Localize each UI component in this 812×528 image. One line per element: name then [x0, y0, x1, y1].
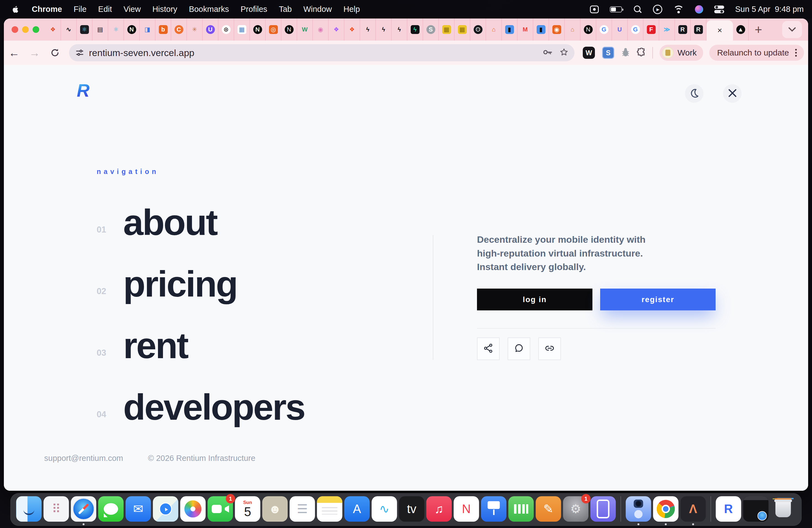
menubar-item[interactable]: View: [118, 5, 146, 14]
site-settings-icon[interactable]: [76, 49, 83, 57]
dock-finder[interactable]: [16, 496, 42, 522]
relaunch-update-button[interactable]: Relaunch to update: [709, 45, 804, 61]
extensions-puzzle-icon[interactable]: [637, 48, 646, 58]
tab-orange-doc[interactable]: ◎: [266, 18, 281, 41]
tab-openai[interactable]: ⊛: [218, 18, 234, 41]
tab-chevrons[interactable]: ≫: [659, 18, 675, 41]
dock-reminders[interactable]: ☰: [290, 496, 315, 522]
tab-next-2[interactable]: N: [581, 18, 596, 41]
maximize-window-button[interactable]: [33, 26, 39, 33]
menubar-item[interactable]: Chrome: [26, 5, 68, 14]
reload-button[interactable]: [45, 48, 65, 57]
menu-item-developers[interactable]: 04 developers: [97, 362, 305, 424]
tab-gmail[interactable]: M: [518, 18, 533, 41]
dock-mail[interactable]: ✉: [126, 496, 151, 522]
dock-facetime[interactable]: 1: [208, 496, 233, 522]
tab-starburst[interactable]: ✳: [187, 18, 203, 41]
dock-launchpad[interactable]: ⠿: [44, 496, 69, 522]
menubar-item[interactable]: Bookmarks: [183, 5, 235, 14]
dock-pages[interactable]: ✎: [536, 496, 561, 522]
spotlight-search-icon[interactable]: [633, 5, 642, 14]
tab-docs[interactable]: ▤: [92, 18, 108, 41]
tab-react-light[interactable]: ⚛: [108, 18, 124, 41]
dock-arc-browser[interactable]: Λ: [681, 496, 706, 522]
menubar-clock[interactable]: Sun 5 Apr 9:48 pm: [735, 5, 804, 14]
dock-settings[interactable]: ⚙ 1: [563, 496, 589, 522]
tab-house-1[interactable]: ⌂: [486, 18, 502, 41]
tab-blue-square-1[interactable]: ▮: [502, 18, 518, 41]
tab-orange-badge[interactable]: ◉: [549, 18, 565, 41]
dock-camera-app[interactable]: [626, 496, 651, 522]
menubar-item[interactable]: History: [147, 5, 183, 14]
dock-messages[interactable]: [98, 496, 124, 522]
apple-menu-icon[interactable]: [10, 5, 22, 13]
tab-vercel[interactable]: ▲: [733, 18, 749, 41]
close-menu-button[interactable]: [723, 84, 742, 103]
screen-capture-icon[interactable]: [590, 5, 599, 13]
back-button[interactable]: ←: [4, 47, 24, 59]
tab-react-dark[interactable]: ⚛: [77, 18, 92, 41]
login-button[interactable]: log in: [477, 289, 592, 310]
tab-w3schools[interactable]: W: [297, 18, 313, 41]
menubar-item[interactable]: Window: [298, 5, 337, 14]
tab-github[interactable]: ʘ: [470, 18, 486, 41]
tab-flipboard[interactable]: F: [643, 18, 659, 41]
dock-app-store[interactable]: A: [344, 496, 370, 522]
menubar-item[interactable]: Profiles: [235, 5, 273, 14]
tab-notion-2[interactable]: N: [250, 18, 266, 41]
menubar-item[interactable]: Help: [338, 5, 366, 14]
dock-maps[interactable]: [153, 496, 178, 522]
extension-s-icon[interactable]: S: [602, 47, 614, 59]
dock-contacts[interactable]: ☻: [262, 496, 288, 522]
dock-divider-2[interactable]: [711, 496, 711, 522]
dock-divider-1[interactable]: [621, 496, 621, 522]
tab-bolt-2[interactable]: ϟ: [376, 18, 392, 41]
tab-chip-1[interactable]: ▦: [439, 18, 454, 41]
tab-notion-1[interactable]: N: [124, 18, 140, 41]
tab-orange-c[interactable]: C: [171, 18, 187, 41]
dock-dark-window[interactable]: [743, 496, 769, 522]
tab-google-1[interactable]: G: [596, 18, 612, 41]
dock-trash[interactable]: [771, 496, 796, 522]
password-key-icon[interactable]: [543, 49, 552, 56]
tab-sms[interactable]: ▦: [234, 18, 250, 41]
dock-music[interactable]: ♫: [426, 496, 452, 522]
tab-chip-2[interactable]: ▦: [454, 18, 470, 41]
tab-blue-square-2[interactable]: ▮: [533, 18, 549, 41]
menubar-item[interactable]: File: [68, 5, 92, 14]
chat-button[interactable]: [508, 337, 530, 360]
tab-bolt-1[interactable]: ϟ: [360, 18, 376, 41]
tab-dribbble[interactable]: ◉: [313, 18, 329, 41]
dock-apple-tv[interactable]: tv: [399, 496, 424, 522]
tab-globe-s[interactable]: S: [423, 18, 439, 41]
control-center-icon[interactable]: [714, 5, 724, 14]
address-bar[interactable]: rentium-seven.vercel.app: [69, 44, 575, 61]
media-play-icon[interactable]: [653, 5, 662, 14]
menu-item-rent[interactable]: 03 rent: [97, 301, 305, 362]
tab-swirl[interactable]: ∿: [61, 18, 77, 41]
tab-uber-u[interactable]: U: [612, 18, 628, 41]
tab-rentium-1[interactable]: R: [675, 18, 691, 41]
bookmark-star-icon[interactable]: [560, 48, 568, 57]
extension-bug-icon[interactable]: [621, 47, 630, 58]
copy-link-button[interactable]: [538, 337, 561, 360]
rentium-logo[interactable]: R: [77, 80, 89, 101]
tab-flag[interactable]: ◨: [140, 18, 156, 41]
tab-google-2[interactable]: G: [628, 18, 643, 41]
wifi-icon[interactable]: [673, 5, 684, 13]
menubar-item[interactable]: Edit: [92, 5, 118, 14]
menu-item-pricing[interactable]: 02 pricing: [97, 239, 305, 301]
tab-rentium-2[interactable]: R: [691, 18, 707, 41]
tab-active[interactable]: ×: [707, 20, 733, 41]
dock-rentium-window[interactable]: R: [716, 496, 741, 522]
tab-house-2[interactable]: ⌂: [565, 18, 581, 41]
tab-figma-2[interactable]: ❖: [329, 18, 344, 41]
profile-chip[interactable]: Work: [659, 45, 703, 61]
tab-shield-u[interactable]: U: [203, 18, 218, 41]
tab-figma-3[interactable]: ❖: [344, 18, 360, 41]
tab-crate[interactable]: b: [156, 18, 171, 41]
dock-news[interactable]: N: [454, 496, 479, 522]
battery-icon[interactable]: [610, 6, 622, 12]
browser-menu-kebab-icon[interactable]: [794, 49, 798, 57]
dock-calendar[interactable]: Sun 5: [235, 496, 260, 522]
